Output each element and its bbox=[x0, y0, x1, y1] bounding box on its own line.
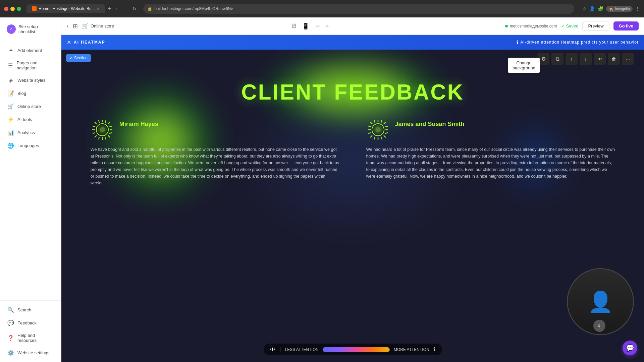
ai-banner-close-button[interactable]: ✕ bbox=[67, 39, 71, 46]
mobile-view-button[interactable]: 📱 bbox=[301, 21, 311, 31]
styles-icon: ◈ bbox=[7, 77, 14, 83]
change-background-button[interactable]: Change background bbox=[508, 58, 540, 73]
delete-section-button[interactable]: 🗑 bbox=[608, 53, 620, 65]
microphone-icon[interactable]: 🎙 bbox=[593, 320, 605, 332]
sidebar-item-website-settings[interactable]: ⚙️ Website settings bbox=[2, 346, 59, 359]
client-feedback-heading: CLIENT FEEDBACK bbox=[241, 80, 464, 105]
store-icon: 🛒 bbox=[7, 103, 14, 110]
forward-nav-button[interactable]: → bbox=[122, 5, 130, 13]
add-element-icon: ✦ bbox=[7, 47, 14, 54]
avatar-2 bbox=[366, 118, 390, 141]
sidebar-item-label: Online store bbox=[17, 104, 41, 109]
legend-info-icon[interactable]: ℹ bbox=[433, 346, 435, 353]
domain-info: meticsmediaдемоsite.com bbox=[505, 24, 557, 28]
sidebar-item-label: Help and resources bbox=[17, 333, 54, 343]
sidebar-item-search[interactable]: 🔍 Search bbox=[2, 303, 59, 316]
store-label: Online store bbox=[91, 23, 114, 28]
svg-line-11 bbox=[93, 133, 95, 133]
canvas-area: ✓ Section Change background ⚙ ⧉ ↑ ↓ 👁 🗑 … bbox=[61, 50, 644, 362]
testimonial-2-name: James and Susan Smith bbox=[395, 121, 465, 128]
legend-color-bar bbox=[323, 347, 390, 352]
ai-tools-icon: ⚡ bbox=[7, 116, 14, 123]
sidebar-item-label: Website styles bbox=[17, 78, 46, 83]
active-tab[interactable]: Home | Hostinger Website Bu... ✕ bbox=[26, 4, 105, 13]
tab-close-icon[interactable]: ✕ bbox=[97, 7, 100, 11]
sidebar-item-label: Pages and navigation bbox=[17, 60, 54, 70]
sidebar-item-pages-navigation[interactable]: ☰ Pages and navigation bbox=[2, 57, 59, 74]
sunburst-icon-2 bbox=[367, 119, 389, 140]
sidebar-top: ✓ Site setup checklist bbox=[0, 17, 61, 41]
sidebar-item-online-store[interactable]: 🛒 Online store bbox=[2, 100, 59, 113]
svg-line-26 bbox=[370, 135, 372, 137]
setup-label: Site setup checklist bbox=[18, 24, 54, 34]
nav-buttons: ← → ↻ bbox=[114, 5, 138, 13]
move-down-button[interactable]: ↓ bbox=[580, 53, 592, 65]
redo-button[interactable]: ↪ bbox=[323, 21, 330, 31]
testimonial-1-name: Miriam Hayes bbox=[119, 121, 158, 128]
back-nav-button[interactable]: ← bbox=[114, 5, 121, 13]
heatmap-legend: 👁 | LESS ATTENTION MORE ATTENTION ℹ bbox=[263, 344, 442, 355]
layout-toggle-button[interactable]: ⊞ bbox=[73, 22, 78, 30]
sidebar-item-help[interactable]: ❓ Help and resources bbox=[2, 329, 59, 346]
testimonial-1-header: Miriam Hayes bbox=[91, 118, 339, 141]
sidebar-item-ai-tools[interactable]: ⚡ AI tools bbox=[2, 113, 59, 126]
svg-line-35 bbox=[381, 120, 382, 123]
tab-bar: Home | Hostinger Website Bu... ✕ + bbox=[26, 4, 111, 13]
section-badge[interactable]: ✓ Section bbox=[66, 54, 91, 62]
chat-widget-button[interactable]: 💬 bbox=[623, 341, 637, 355]
ai-banner-info: ℹ AI-driven attention Heatmap predicts y… bbox=[517, 40, 639, 45]
sidebar-item-analytics[interactable]: 📊 Analytics bbox=[2, 126, 59, 139]
extensions-icon[interactable]: 🧩 bbox=[598, 6, 603, 11]
bookmark-icon[interactable]: ☆ bbox=[582, 6, 587, 11]
desktop-view-button[interactable]: 🖥 bbox=[289, 21, 298, 31]
ai-banner-title: AI HEATMAP bbox=[74, 40, 105, 45]
more-options-button[interactable]: ··· bbox=[622, 53, 634, 65]
minimize-button[interactable] bbox=[10, 7, 15, 11]
cart-icon: 🛒 bbox=[82, 23, 89, 29]
app-container: ✓ Site setup checklist ✦ Add element ☰ P… bbox=[0, 17, 644, 362]
svg-line-33 bbox=[385, 133, 388, 133]
ai-heatmap-banner: ✕ AI HEATMAP ℹ AI-driven attention Heatm… bbox=[61, 35, 644, 50]
sidebar-item-languages[interactable]: 🌐 Languages bbox=[2, 139, 59, 152]
menu-icon[interactable]: ⋮ bbox=[635, 6, 640, 11]
profile-icon[interactable]: 👤 bbox=[589, 6, 595, 11]
reload-button[interactable]: ↻ bbox=[131, 5, 138, 13]
new-tab-button[interactable]: + bbox=[108, 5, 111, 12]
browser-chrome: Home | Hostinger Website Bu... ✕ + ← → ↻… bbox=[0, 0, 644, 17]
toolbar-center: 🖥 📱 ↩ ↪ bbox=[118, 21, 501, 31]
svg-line-16 bbox=[105, 120, 106, 123]
sidebar-item-blog[interactable]: 📝 Blog bbox=[2, 87, 59, 100]
sidebar-item-add-element[interactable]: ✦ Add element bbox=[2, 44, 59, 57]
move-up-button[interactable]: ↑ bbox=[566, 53, 578, 65]
sidebar-nav: ✦ Add element ☰ Pages and navigation ◈ W… bbox=[0, 41, 61, 300]
site-setup-checklist[interactable]: ✓ Site setup checklist bbox=[4, 21, 57, 37]
ai-banner-description: AI-driven attention Heatmap predicts you… bbox=[521, 40, 639, 45]
svg-line-13 bbox=[93, 126, 95, 127]
section-toolbar: Change background ⚙ ⧉ ↑ ↓ 👁 🗑 ··· bbox=[537, 53, 634, 65]
address-bar[interactable]: 🔒 builder.hostinger.com/mp8Mp4bjORuaw6Nv bbox=[143, 4, 574, 14]
svg-line-12 bbox=[109, 126, 112, 127]
svg-line-31 bbox=[385, 126, 388, 127]
testimonial-2: James and Susan Smith We had heard a lot… bbox=[366, 118, 615, 186]
languages-icon: 🌐 bbox=[7, 142, 14, 149]
svg-line-34 bbox=[374, 137, 375, 139]
device-icons: 🖥 📱 bbox=[289, 21, 311, 31]
back-button[interactable]: ‹ bbox=[67, 22, 69, 29]
visibility-button[interactable]: 👁 bbox=[594, 53, 606, 65]
pages-icon: ☰ bbox=[7, 62, 13, 69]
undo-button[interactable]: ↩ bbox=[315, 21, 322, 31]
svg-point-37 bbox=[375, 127, 381, 132]
golive-button[interactable]: Go live bbox=[613, 21, 639, 31]
avatar-1 bbox=[91, 118, 114, 141]
incognito-label: Incognito bbox=[615, 7, 630, 11]
duplicate-section-button[interactable]: ⧉ bbox=[551, 53, 564, 65]
close-button[interactable] bbox=[4, 7, 8, 11]
svg-line-24 bbox=[370, 122, 372, 124]
preview-button[interactable]: Preview bbox=[582, 21, 609, 31]
sidebar-item-feedback[interactable]: 💬 Feedback bbox=[2, 316, 59, 329]
fullscreen-button[interactable] bbox=[17, 7, 21, 11]
toolbar-left: ‹ ⊞ 🛒 Online store bbox=[67, 22, 114, 30]
sidebar-item-website-styles[interactable]: ◈ Website styles bbox=[2, 74, 59, 87]
blog-icon: 📝 bbox=[7, 90, 14, 97]
svg-line-28 bbox=[374, 120, 375, 123]
